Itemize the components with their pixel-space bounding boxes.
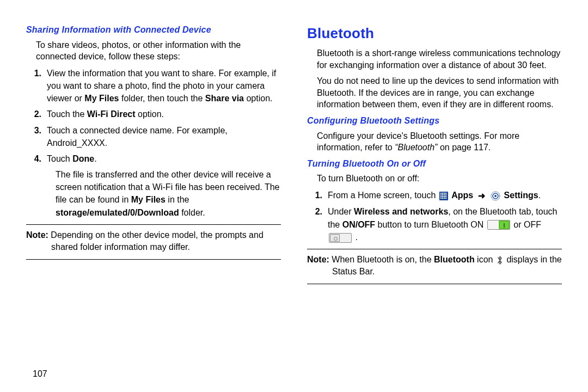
text: Touch bbox=[47, 154, 72, 163]
svg-rect-6 bbox=[442, 194, 443, 195]
sharing-note: Note: Depending on the other device mode… bbox=[26, 229, 281, 254]
download-path-label: storage/emulated/0/Download bbox=[56, 208, 179, 217]
bluetooth-desc-2: You do not need to line up the devices t… bbox=[317, 75, 562, 111]
step-3: 3. Touch a connected device name. For ex… bbox=[26, 124, 281, 149]
turn-step-1: 1. From a Home screen, touch Apps ➜ Sett… bbox=[307, 189, 562, 202]
divider bbox=[307, 284, 562, 284]
toggle-off-icon bbox=[329, 233, 352, 243]
toggle-on-icon bbox=[487, 220, 510, 230]
step-number: 1. bbox=[307, 189, 322, 202]
bluetooth-ref: “Bluetooth” bbox=[395, 143, 437, 152]
step-1: 1. View the information that you want to… bbox=[26, 67, 281, 105]
step-body: Under Wireless and networks, on the Blue… bbox=[328, 205, 562, 243]
svg-rect-11 bbox=[444, 196, 445, 197]
text: . bbox=[94, 154, 96, 163]
step-2: 2. Touch the Wi-Fi Direct option. bbox=[26, 108, 281, 120]
configuring-body: Configure your device's Bluetooth settin… bbox=[317, 130, 562, 154]
turning-intro: To turn Bluetooth on or off: bbox=[317, 173, 562, 185]
configuring-subheading: Configuring Bluetooth Settings bbox=[307, 115, 562, 127]
svg-rect-5 bbox=[440, 194, 442, 195]
divider bbox=[26, 259, 281, 260]
settings-label: Settings bbox=[504, 191, 538, 200]
svg-rect-12 bbox=[445, 196, 446, 197]
bluetooth-icon bbox=[497, 255, 503, 265]
apps-label: Apps bbox=[451, 191, 473, 200]
svg-rect-8 bbox=[445, 194, 446, 195]
turning-subheading: Turning Bluetooth On or Off bbox=[307, 158, 562, 170]
turn-step-2: 2. Under Wireless and networks, on the B… bbox=[307, 205, 562, 243]
share-via-label: Share via bbox=[205, 94, 244, 103]
step-body: Touch the Wi-Fi Direct option. bbox=[47, 108, 281, 120]
step-4: 4. Touch Done. bbox=[26, 152, 281, 165]
svg-rect-3 bbox=[444, 193, 445, 194]
sharing-subheading: Sharing Information with Connected Devic… bbox=[26, 24, 281, 36]
sharing-intro: To share videos, photos, or other inform… bbox=[36, 39, 281, 63]
svg-rect-9 bbox=[440, 196, 442, 197]
left-column: Sharing Information with Connected Devic… bbox=[26, 24, 281, 289]
svg-rect-10 bbox=[442, 196, 443, 197]
arrow-icon: ➜ bbox=[478, 191, 485, 200]
svg-rect-15 bbox=[444, 198, 445, 199]
bluetooth-label: Bluetooth bbox=[434, 255, 475, 264]
text: . bbox=[538, 191, 541, 200]
text: on page 117. bbox=[437, 143, 491, 152]
two-column-layout: Sharing Information with Connected Devic… bbox=[26, 24, 562, 289]
note-body: Depending on the other device model, the… bbox=[48, 230, 264, 252]
svg-rect-2 bbox=[442, 193, 443, 194]
step-4-detail: The file is transferred and the other de… bbox=[56, 168, 281, 219]
divider bbox=[307, 249, 562, 249]
svg-point-19 bbox=[494, 195, 497, 197]
divider bbox=[26, 224, 281, 225]
on-off-label: ON/OFF bbox=[342, 220, 375, 229]
step-body: From a Home screen, touch Apps ➜ Setting… bbox=[328, 189, 562, 202]
text: When Bluetooth is on, the bbox=[329, 255, 434, 264]
wireless-networks-label: Wireless and networks bbox=[354, 207, 448, 216]
text: . bbox=[355, 232, 357, 242]
svg-rect-13 bbox=[440, 198, 442, 199]
done-label: Done bbox=[72, 154, 94, 163]
svg-rect-7 bbox=[444, 194, 445, 195]
text: in the bbox=[166, 195, 189, 204]
text: Under bbox=[328, 207, 354, 216]
svg-rect-14 bbox=[442, 198, 443, 199]
settings-gear-icon bbox=[491, 191, 500, 201]
step-number: 2. bbox=[307, 205, 322, 243]
text: Touch the bbox=[47, 109, 87, 119]
page-number: 107 bbox=[33, 369, 47, 379]
bluetooth-heading: Bluetooth bbox=[307, 24, 562, 43]
text: button to turn Bluetooth ON bbox=[375, 220, 486, 229]
wifi-direct-label: Wi-Fi Direct bbox=[87, 109, 136, 119]
svg-rect-16 bbox=[445, 198, 446, 199]
text: option. bbox=[244, 94, 272, 103]
text: or OFF bbox=[513, 220, 541, 229]
sharing-steps: 1. View the information that you want to… bbox=[26, 67, 281, 165]
text: From a Home screen, touch bbox=[328, 191, 438, 200]
svg-rect-1 bbox=[440, 193, 442, 194]
right-column: Bluetooth Bluetooth is a short-range wir… bbox=[307, 24, 562, 289]
text: folder, then touch the bbox=[119, 94, 205, 103]
note-label: Note: bbox=[26, 230, 48, 240]
text: option. bbox=[136, 109, 164, 119]
svg-rect-4 bbox=[445, 193, 446, 194]
my-files-label: My Files bbox=[84, 94, 119, 103]
my-files-label: My Files bbox=[131, 195, 166, 204]
turning-steps: 1. From a Home screen, touch Apps ➜ Sett… bbox=[307, 189, 562, 243]
step-body: Touch a connected device name. For examp… bbox=[47, 124, 281, 149]
bluetooth-note: Note: When Bluetooth is on, the Bluetoot… bbox=[307, 254, 562, 278]
note-label: Note: bbox=[307, 255, 329, 264]
apps-grid-icon bbox=[439, 192, 448, 200]
text: folder. bbox=[179, 208, 205, 217]
step-body: View the information that you want to sh… bbox=[47, 67, 281, 105]
step-number: 1. bbox=[26, 67, 41, 105]
step-number: 2. bbox=[26, 108, 41, 120]
manual-page: Sharing Information with Connected Devic… bbox=[0, 0, 588, 392]
step-number: 3. bbox=[26, 124, 41, 149]
step-body: Touch Done. bbox=[47, 152, 281, 165]
bluetooth-desc-1: Bluetooth is a short-range wireless comm… bbox=[317, 47, 562, 71]
text: icon bbox=[475, 255, 495, 264]
step-number: 4. bbox=[26, 152, 41, 165]
